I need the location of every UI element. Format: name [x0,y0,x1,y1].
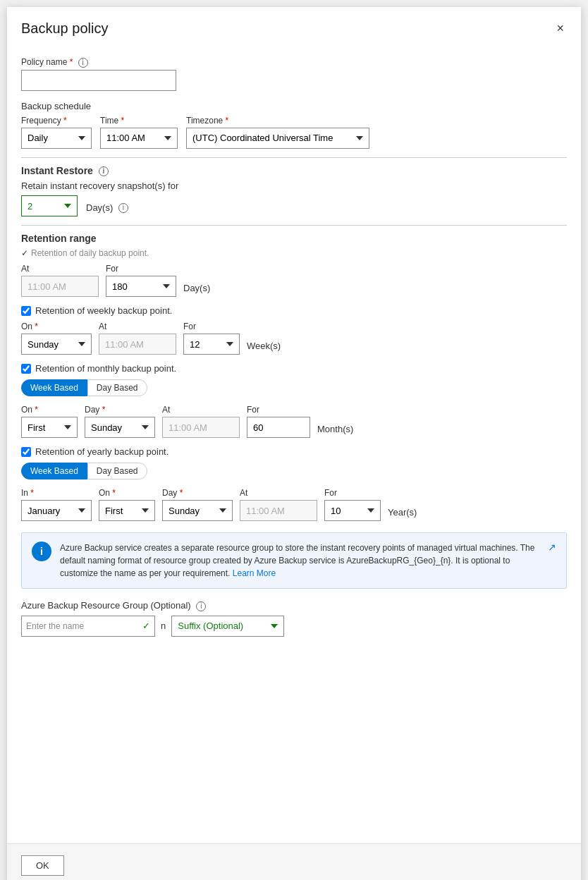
yearly-checkbox-row: Retention of yearly backup point. [21,446,567,457]
resource-group-label: Azure Backup Resource Group (Optional) [21,600,191,611]
monthly-tab-group: Week Based Day Based [21,379,567,396]
yearly-at-select: 11:00 AM [240,500,317,521]
monthly-on-field: On * First Second Third Fourth Last [21,405,78,438]
spacer [21,645,567,666]
backup-schedule-row: Frequency * Daily Time * 11:00 AM Timezo [21,116,567,149]
yearly-unit-label: Year(s) [388,507,417,518]
weekly-unit-label: Week(s) [247,341,281,351]
monthly-at-select: 11:00 AM [162,417,240,438]
monthly-tab-week[interactable]: Week Based [21,379,87,396]
ok-button[interactable]: OK [21,855,64,876]
weekly-on-label: On * [21,322,92,331]
daily-at-field: At 11:00 AM [21,264,99,297]
snapshot-unit-label: Day(s) i [86,202,128,214]
retention-range-section: Retention range ✓ Retention of daily bac… [21,233,567,521]
weekly-checkbox-label: Retention of weekly backup point. [35,305,172,316]
snapshot-info-icon[interactable]: i [118,203,128,213]
close-button[interactable]: × [553,18,567,39]
monthly-day-field: Day * Sunday Monday Tuesday Wednesday Th… [85,405,155,438]
yearly-for-label: For [324,488,381,498]
yearly-checkbox-label: Retention of yearly backup point. [35,446,169,457]
dialog-header: Backup policy × [7,7,581,46]
monthly-day-label: Day * [85,405,155,415]
weekly-at-label: At [99,322,176,331]
weekly-for-field: For 12 [183,322,240,355]
suffix-select[interactable]: Suffix (Optional) [171,616,284,637]
monthly-day-select[interactable]: Sunday Monday Tuesday Wednesday Thursday… [85,417,155,438]
resource-group-check-icon: ✓ [142,621,150,631]
info-banner: i Azure Backup service creates a separat… [21,532,567,589]
yearly-on-label: On * [99,488,155,498]
resource-group-info-icon[interactable]: i [196,601,206,611]
snapshot-days-select[interactable]: 2 [21,195,78,216]
monthly-on-select[interactable]: First Second Third Fourth Last [21,417,78,438]
monthly-for-field: For [247,405,310,438]
policy-name-field: Policy name * i [21,57,567,91]
daily-at-select: 11:00 AM [21,276,99,297]
resource-group-name-field: Enter the name ✓ [21,616,155,637]
monthly-on-at-for-row: On * First Second Third Fourth Last Day … [21,405,567,438]
required-star: * [70,57,73,67]
daily-retention-fixed-label: ✓ Retention of daily backup point. [21,248,567,258]
yearly-for-select[interactable]: 10 [324,500,381,521]
weekly-checkbox-row: Retention of weekly backup point. [21,305,567,316]
yearly-in-select[interactable]: JanuaryFebruaryMarchApril MayJuneJulyAug… [21,500,92,521]
monthly-at-field: At 11:00 AM [162,405,240,438]
monthly-unit-label: Month(s) [317,424,353,434]
retention-range-title: Retention range [21,233,567,244]
daily-at-label: At [21,264,99,274]
time-label: Time * [100,116,178,126]
monthly-checkbox[interactable] [21,364,31,374]
divider-instant-restore [21,157,567,158]
yearly-on-at-for-row: In * JanuaryFebruaryMarchApril MayJuneJu… [21,488,567,521]
learn-more-link[interactable]: Learn More [233,568,276,578]
info-banner-external-link-icon[interactable]: ↗ [548,542,556,553]
dialog-title: Backup policy [21,20,108,37]
daily-at-for-row: At 11:00 AM For 180 Day(s) [21,264,567,297]
weekly-checkbox[interactable] [21,306,31,316]
daily-unit-label: Day(s) [183,283,210,293]
dialog-body: Policy name * i Backup schedule Frequenc… [7,46,581,843]
daily-for-select[interactable]: 180 [106,276,176,297]
yearly-in-label: In * [21,488,92,498]
yearly-on-select[interactable]: FirstSecondThirdFourthLast [99,500,155,521]
daily-checkmark-icon: ✓ [21,248,28,258]
resource-group-input-row: Enter the name ✓ n Suffix (Optional) [21,616,567,637]
weekly-on-select[interactable]: Sunday Monday Tuesday Wednesday Thursday… [21,334,92,355]
timezone-field: Timezone * (UTC) Coordinated Universal T… [186,116,369,149]
policy-name-input[interactable] [21,70,176,91]
yearly-checkbox[interactable] [21,447,31,457]
yearly-tab-week[interactable]: Week Based [21,463,87,479]
weekly-on-at-for-row: On * Sunday Monday Tuesday Wednesday Thu… [21,322,567,355]
policy-name-label: Policy name * i [21,57,567,68]
yearly-day-select[interactable]: SundayMondayTuesdayWednesday ThursdayFri… [162,500,233,521]
resource-group-section: Azure Backup Resource Group (Optional) i… [21,600,567,637]
info-banner-icon: i [32,542,51,561]
frequency-field: Frequency * Daily [21,116,92,149]
monthly-checkbox-row: Retention of monthly backup point. [21,363,567,374]
info-banner-text: Azure Backup service creates a separate … [60,542,539,580]
yearly-in-field: In * JanuaryFebruaryMarchApril MayJuneJu… [21,488,92,521]
monthly-tab-day[interactable]: Day Based [87,379,147,396]
instant-restore-info-icon[interactable]: i [99,166,109,176]
monthly-for-label: For [247,405,310,415]
yearly-tab-day[interactable]: Day Based [87,463,147,479]
weekly-for-select[interactable]: 12 [183,334,240,355]
monthly-checkbox-label: Retention of monthly backup point. [35,363,176,374]
weekly-at-select: 11:00 AM [99,334,176,355]
policy-name-info-icon[interactable]: i [78,58,88,68]
backup-policy-dialog: Backup policy × Policy name * i Backup s… [7,7,581,880]
yearly-tab-group: Week Based Day Based [21,463,567,479]
weekly-on-field: On * Sunday Monday Tuesday Wednesday Thu… [21,322,92,355]
time-select[interactable]: 11:00 AM [100,128,178,149]
yearly-for-field: For 10 [324,488,381,521]
timezone-select[interactable]: (UTC) Coordinated Universal Time [186,128,369,149]
monthly-for-input[interactable] [247,417,310,438]
daily-for-field: For 180 [106,264,176,297]
dialog-footer: OK [7,843,581,880]
frequency-select[interactable]: Daily [21,128,92,149]
weekly-for-label: For [183,322,240,331]
monthly-at-label: At [162,405,240,415]
yearly-at-label: At [240,488,317,498]
yearly-at-field: At 11:00 AM [240,488,317,521]
